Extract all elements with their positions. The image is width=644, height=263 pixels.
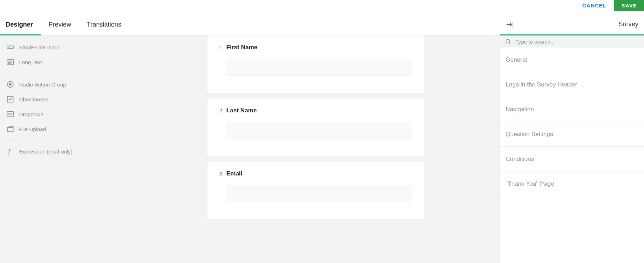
svg-rect-15: [7, 112, 13, 117]
toolbox-item-checkbox[interactable]: Checkboxes: [0, 92, 132, 107]
tab-preview[interactable]: Preview: [49, 14, 71, 35]
svg-rect-18: [7, 128, 13, 132]
property-section[interactable]: Conditions: [500, 147, 644, 172]
question-title: Last Name: [226, 107, 257, 114]
question-card[interactable]: 1.First Name: [207, 35, 424, 93]
property-section[interactable]: "Thank You" Page: [500, 172, 644, 196]
properties-panel: Survey GeneralLogo in the Survey HeaderN…: [500, 35, 644, 263]
svg-text:f: f: [8, 148, 11, 155]
question-text-input[interactable]: [226, 59, 412, 76]
toolbox-item-label: Expression (read-only): [19, 149, 73, 155]
search-bar: [500, 35, 644, 47]
svg-point-13: [9, 83, 11, 85]
search-icon: [505, 38, 511, 45]
property-section[interactable]: Navigation: [500, 97, 644, 122]
save-button[interactable]: SAVE: [614, 0, 644, 11]
search-input[interactable]: [515, 39, 639, 45]
question-text-input[interactable]: [226, 122, 412, 139]
cancel-button[interactable]: CANCEL: [579, 2, 610, 9]
toolbox-item-label: File Upload: [19, 126, 46, 132]
file-upload-icon: [6, 125, 14, 133]
radio-icon: [6, 80, 14, 88]
collapse-panel-button[interactable]: [506, 17, 513, 32]
toolbox-item-label: Radio Button Group: [19, 82, 66, 88]
toolbox-item-file[interactable]: File Upload: [0, 122, 132, 136]
function-icon: f: [6, 147, 14, 155]
long-text-icon: [6, 58, 14, 66]
scrollbar-thumb[interactable]: [500, 81, 500, 194]
tab-designer[interactable]: Designer: [6, 14, 33, 35]
toolbox-item-single-line[interactable]: Single-Line Input: [0, 40, 132, 55]
dropdown-icon: [6, 110, 14, 118]
properties-panel-title: Survey: [619, 21, 638, 28]
toolbox-item-label: Dropdown: [19, 111, 43, 117]
toolbox-separator: [4, 73, 17, 73]
toolbox-item-label: Single-Line Input: [19, 44, 59, 50]
question-number: 2.: [220, 108, 224, 113]
question-title: Email: [226, 170, 242, 177]
svg-line-22: [509, 43, 510, 44]
property-section[interactable]: Question Settings: [500, 122, 644, 147]
design-surface[interactable]: 1.First Name2.Last Name3.Email: [132, 35, 500, 263]
question-card[interactable]: 3.Email: [207, 162, 424, 219]
svg-rect-14: [7, 96, 13, 102]
property-section[interactable]: General: [500, 47, 644, 72]
question-number: 1.: [220, 45, 224, 50]
toolbox-item-expression[interactable]: fExpression (read-only): [0, 144, 132, 159]
question-number: 3.: [220, 171, 224, 177]
property-section[interactable]: Logo in the Survey Header: [500, 72, 644, 97]
question-card[interactable]: 2.Last Name: [207, 99, 424, 156]
toolbox-item-label: Long Text: [19, 59, 42, 65]
checkbox-icon: [6, 95, 14, 103]
toolbox-item-label: Checkboxes: [19, 96, 49, 102]
tab-translations[interactable]: Translations: [87, 14, 121, 35]
question-title: First Name: [226, 44, 257, 51]
toolbox-panel: Single-Line InputLong TextRadio Button G…: [0, 35, 132, 263]
toolbox-item-radio[interactable]: Radio Button Group: [0, 77, 132, 92]
toolbox-item-long-text[interactable]: Long Text: [0, 55, 132, 69]
toolbox-item-dropdown[interactable]: Dropdown: [0, 107, 132, 122]
toolbox-separator: [4, 140, 17, 140]
text-input-icon: [6, 43, 14, 51]
collapse-right-icon: [506, 21, 513, 28]
question-text-input[interactable]: [226, 185, 412, 202]
tabs-bar: DesignerPreviewTranslations: [0, 14, 588, 35]
